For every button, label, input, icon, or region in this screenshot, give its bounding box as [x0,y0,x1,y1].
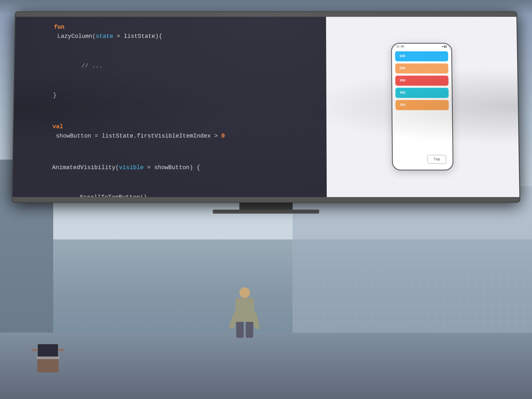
presenter-body [235,298,254,322]
code-line-2: fun LazyColumn(state = listState){ [26,13,315,50]
code-text-2b: = listState){ [113,33,162,40]
list-item-400: 400 [396,88,449,98]
code-line-6: AnimatedVisibility(visible = showButton)… [24,153,316,182]
screen-bezel-bottom [13,197,519,202]
laptop-screen [37,344,59,357]
laptop [37,344,59,358]
phone-list: 100 200 300 400 500 [392,49,452,152]
top-button-label: Top [434,157,440,161]
list-item-200-label: 200 [400,66,405,70]
building-windows [293,186,532,332]
phone-status-bar: 12:00 ▼ ▌▌ [392,44,451,49]
wifi-icon: ▼ [442,45,443,48]
screen-mount [239,202,293,210]
presenter [229,287,261,338]
list-item-400-label: 400 [400,91,406,95]
list-item-100: 100 [395,51,448,61]
code-text-2a: LazyColumn( [54,33,96,40]
code-text-6a: AnimatedVisibility( [52,164,119,171]
code-number-0: 0 [221,133,225,139]
podium [32,349,64,372]
presenter-leg-left [236,322,244,338]
screen-content: val listState = rememberLazyListState() … [13,17,519,197]
presentation-screen: val listState = rememberLazyListState() … [12,11,520,203]
code-brace-1: } [53,92,57,99]
keyword-fun: fun [54,24,65,31]
list-item-100-label: 100 [399,55,405,58]
keyword-val-2: val [52,123,63,130]
code-param-state: state [96,33,113,40]
list-item-300-label: 300 [400,79,405,82]
list-item-500: 500 [396,100,449,110]
list-item-200: 200 [395,64,448,74]
code-param-visible: visible [119,164,144,171]
code-panel: val listState = rememberLazyListState() … [13,17,327,197]
list-item-500-label: 500 [400,103,406,107]
list-item-300: 300 [395,76,448,86]
presenter-head [239,287,250,298]
code-text-6b: = showButton) { [144,164,200,171]
code-text-5: showButton = listState.firstVisibleItemI… [52,133,221,139]
signal-icon: ▌▌ [444,45,447,48]
laptop-base [36,357,60,359]
code-line-5: val showButton = listState.firstVisibleI… [24,113,316,150]
floor [0,332,532,399]
screen-bezel-top [16,12,517,17]
phone-panel: 12:00 ▼ ▌▌ 100 200 300 [326,17,519,197]
code-line-4: } [25,81,316,109]
presenter-leg-right [246,322,253,338]
phone-mockup: 12:00 ▼ ▌▌ 100 200 300 [391,43,454,171]
code-line-3: // ... [25,52,316,80]
phone-time: 12:00 [396,45,404,48]
phone-signal: ▼ ▌▌ [442,45,447,48]
scroll-to-top-button[interactable]: Top [427,155,446,164]
code-comment: // ... [53,63,103,69]
screen-stand [213,210,319,214]
